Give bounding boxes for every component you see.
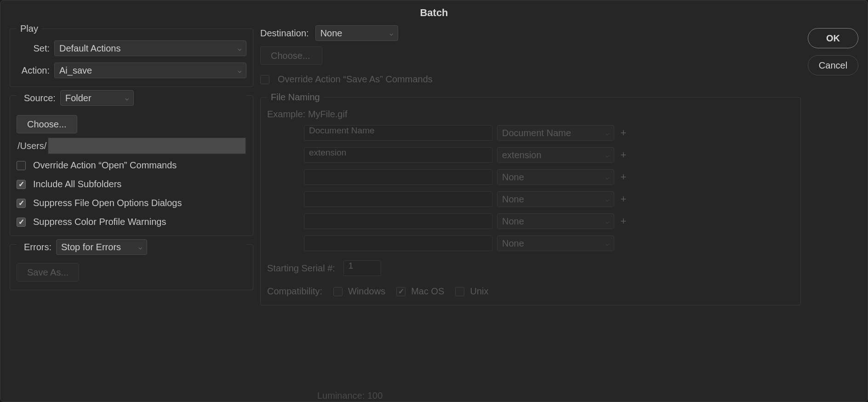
play-group: Play Set: Default Actions ⌵ Action: Ai_s… [10,23,253,87]
action-value: Ai_save [59,65,92,76]
compatibility-row: Compatibility: Windows Mac OS Unix [267,286,794,297]
chevron-down-icon: ⌵ [605,151,609,159]
compat-macos-checkbox [396,287,405,296]
destination-select[interactable]: None ⌵ [315,25,398,41]
plus-icon: + [619,193,628,205]
naming-row: Document Name Document Name ⌵ + [304,125,794,141]
chevron-down-icon: ⌵ [238,45,241,52]
compatibility-label: Compatibility: [267,286,322,297]
middle-column: Destination: None ⌵ Choose... Override A… [260,23,801,305]
compat-windows-label: Windows [348,286,385,297]
path-prefix: /Users/ [17,141,46,151]
starting-serial-input: 1 [343,260,381,276]
set-value: Default Actions [59,43,120,54]
chevron-down-icon: ⌵ [238,67,241,74]
override-open-label: Override Action “Open” Commands [33,160,177,171]
chevron-down-icon: ⌵ [125,94,129,102]
suppress-color-label: Suppress Color Profile Warnings [33,217,166,227]
chevron-down-icon: ⌵ [605,240,609,247]
include-subfolders-checkbox[interactable] [17,180,26,189]
left-column: Play Set: Default Actions ⌵ Action: Ai_s… [10,23,253,305]
override-saveas-checkbox [260,75,269,84]
include-subfolders-row: Include All Subfolders [17,179,246,190]
dialog-content: Play Set: Default Actions ⌵ Action: Ai_s… [0,23,868,315]
save-as-button: Save As... [17,263,79,281]
compat-macos-label: Mac OS [411,286,444,297]
naming-row: None ⌵ + [304,235,794,251]
suppress-color-row: Suppress Color Profile Warnings [17,217,246,227]
chevron-down-icon: ⌵ [389,29,393,37]
naming-select-0: Document Name ⌵ [497,125,614,141]
cancel-button[interactable]: Cancel [808,55,858,75]
naming-select-4: None ⌵ [497,213,614,229]
source-select[interactable]: Folder ⌵ [60,90,134,106]
plus-icon: + [619,171,628,183]
override-saveas-row: Override Action “Save As” Commands [260,74,801,85]
destination-label: Destination: [260,28,309,39]
redacted-path [47,137,246,155]
file-naming-legend: File Naming [267,92,324,103]
naming-text-0: Document Name [304,125,492,141]
naming-select-2: None ⌵ [497,169,614,185]
naming-text-5 [304,235,492,251]
right-column: OK Cancel [808,23,858,305]
naming-row: None ⌵ + [304,169,794,185]
action-label: Action: [17,65,50,76]
file-naming-grid: Document Name Document Name ⌵ + extensio… [267,125,794,251]
plus-icon: + [619,215,628,227]
naming-row: extension extension ⌵ + [304,147,794,163]
starting-serial-row: Starting Serial #: 1 [267,260,794,276]
dialog-title: Batch [0,0,868,23]
source-group: Source: Folder ⌵ Choose... /Users/ Overr… [10,95,253,236]
plus-icon: + [619,149,628,161]
set-label: Set: [17,43,50,54]
errors-label: Errors: [17,242,51,253]
chevron-down-icon: ⌵ [138,243,142,251]
play-legend: Play [17,23,42,34]
chevron-down-icon: ⌵ [605,173,609,181]
naming-row: None ⌵ + [304,213,794,229]
suppress-dialogs-row: Suppress File Open Options Dialogs [17,198,246,208]
override-saveas-label: Override Action “Save As” Commands [278,74,433,85]
naming-select-1: extension ⌵ [497,147,614,163]
errors-group: Errors: Stop for Errors ⌵ Save As... [10,244,253,290]
chevron-down-icon: ⌵ [605,218,609,225]
compat-unix-label: Unix [470,286,488,297]
source-choose-button[interactable]: Choose... [17,115,77,133]
file-naming-group: File Naming Example: MyFile.gif Document… [260,92,801,305]
naming-text-4 [304,213,492,229]
compat-unix-checkbox [455,287,464,296]
file-naming-example: Example: MyFile.gif [267,109,794,120]
errors-value: Stop for Errors [61,242,121,253]
naming-text-2 [304,169,492,185]
destination-row: Destination: None ⌵ [260,23,801,46]
destination-choose-button: Choose... [260,46,322,65]
naming-select-3: None ⌵ [497,191,614,207]
chevron-down-icon: ⌵ [605,195,609,203]
suppress-dialogs-checkbox[interactable] [17,199,26,208]
source-value: Folder [65,93,91,103]
suppress-dialogs-label: Suppress File Open Options Dialogs [33,198,182,208]
naming-text-1: extension [304,147,492,163]
override-open-checkbox[interactable] [17,161,26,170]
override-open-row: Override Action “Open” Commands [17,160,246,171]
action-select[interactable]: Ai_save ⌵ [54,63,246,78]
destination-value: None [320,28,343,39]
errors-select[interactable]: Stop for Errors ⌵ [56,239,147,255]
plus-icon: + [619,127,628,139]
chevron-down-icon: ⌵ [605,129,609,137]
background-luminance-text: Luminance: 100 [317,391,383,401]
source-label: Source: [17,93,56,103]
naming-row: None ⌵ + [304,191,794,207]
include-subfolders-label: Include All Subfolders [33,179,121,190]
starting-serial-label: Starting Serial #: [267,263,335,274]
naming-select-5: None ⌵ [497,235,614,251]
set-select[interactable]: Default Actions ⌵ [54,40,246,56]
compat-windows-checkbox [333,287,343,296]
suppress-color-checkbox[interactable] [17,218,26,227]
source-path: /Users/ [17,136,246,155]
batch-dialog: Batch Play Set: Default Actions ⌵ Action… [0,0,868,402]
naming-text-3 [304,191,492,207]
ok-button[interactable]: OK [808,28,858,48]
